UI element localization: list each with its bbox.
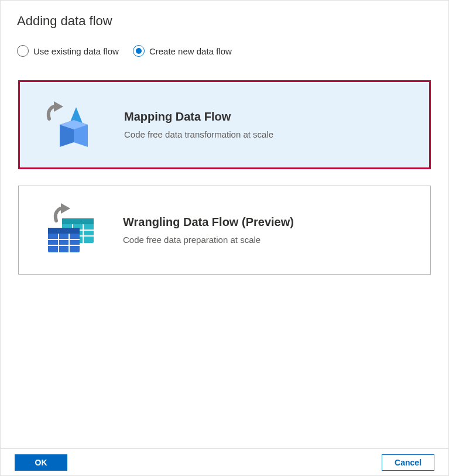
card-mapping-desc: Code free data transformation at scale (124, 129, 415, 139)
radio-unchecked-icon (17, 45, 29, 57)
mapping-data-flow-icon (34, 95, 110, 154)
card-list: Mapping Data Flow Code free data transfo… (1, 61, 448, 275)
cancel-button[interactable]: Cancel (382, 454, 434, 471)
wrangling-data-flow-icon (33, 201, 109, 259)
card-wrangling-text: Wrangling Data Flow (Preview) Code free … (109, 215, 416, 245)
dialog-footer: OK Cancel (1, 448, 448, 475)
svg-rect-7 (62, 218, 94, 224)
radio-checked-icon (133, 45, 145, 57)
svg-marker-0 (54, 101, 63, 112)
card-mapping-text: Mapping Data Flow Code free data transfo… (110, 110, 415, 139)
radio-create-new[interactable]: Create new data flow (133, 45, 232, 57)
radio-use-existing-label: Use existing data flow (33, 46, 119, 56)
card-wrangling-title: Wrangling Data Flow (Preview) (123, 215, 416, 229)
card-wrangling-desc: Code free data preparation at scale (123, 235, 416, 245)
radio-create-new-label: Create new data flow (149, 46, 232, 56)
card-wrangling-data-flow[interactable]: Wrangling Data Flow (Preview) Code free … (18, 186, 431, 275)
data-flow-mode-radio-group: Use existing data flow Create new data f… (1, 33, 448, 61)
svg-marker-5 (61, 203, 70, 214)
card-mapping-title: Mapping Data Flow (124, 110, 415, 124)
svg-rect-13 (48, 228, 80, 234)
ok-button[interactable]: OK (15, 454, 67, 471)
dialog-title: Adding data flow (1, 1, 448, 33)
radio-use-existing[interactable]: Use existing data flow (17, 45, 119, 57)
radio-dot-icon (136, 48, 142, 54)
card-mapping-data-flow[interactable]: Mapping Data Flow Code free data transfo… (18, 80, 431, 169)
